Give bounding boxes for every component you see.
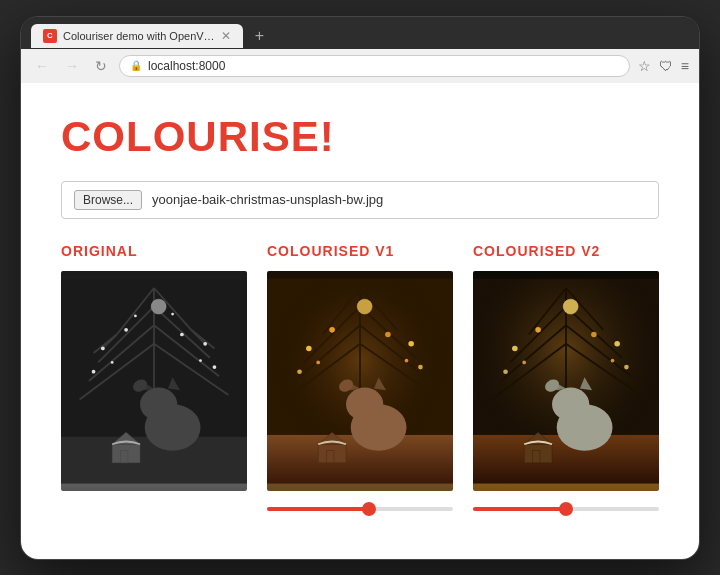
- svg-point-51: [316, 360, 320, 364]
- v2-slider-row: [473, 499, 659, 519]
- original-column: ORIGINAL: [61, 243, 247, 519]
- svg-point-20: [111, 361, 114, 364]
- shield-icon[interactable]: 🛡: [659, 58, 673, 74]
- svg-point-17: [180, 332, 184, 336]
- v2-label: COLOURISED V2: [473, 243, 659, 259]
- svg-point-53: [357, 299, 372, 314]
- active-tab[interactable]: C Colouriser demo with OpenV… ✕: [31, 24, 243, 48]
- original-image: [61, 271, 247, 491]
- url-text: localhost:8000: [148, 59, 225, 73]
- svg-point-75: [512, 345, 518, 351]
- browser-chrome: C Colouriser demo with OpenV… ✕ + ← → ↻ …: [21, 17, 699, 83]
- svg-point-76: [535, 327, 541, 333]
- svg-point-22: [134, 314, 137, 317]
- file-input-row: Browse... yoonjae-baik-christmas-unsplas…: [61, 181, 659, 219]
- svg-point-83: [563, 299, 578, 314]
- svg-point-27: [140, 387, 177, 420]
- new-tab-button[interactable]: +: [247, 23, 272, 49]
- v2-image: [473, 271, 659, 491]
- svg-point-79: [503, 369, 508, 374]
- v2-slider-thumb[interactable]: [559, 502, 573, 516]
- lock-icon: 🔒: [130, 60, 142, 71]
- forward-button[interactable]: →: [61, 56, 83, 76]
- svg-point-82: [611, 358, 615, 362]
- svg-rect-63: [327, 450, 334, 462]
- svg-rect-92: [533, 450, 540, 462]
- toolbar-icons: ☆ 🛡 ≡: [638, 58, 689, 74]
- svg-point-78: [591, 331, 597, 337]
- v1-slider-track: [267, 507, 453, 511]
- svg-point-81: [522, 360, 526, 364]
- tab-favicon: C: [43, 29, 57, 43]
- menu-icon[interactable]: ≡: [681, 58, 689, 74]
- svg-point-23: [171, 312, 174, 315]
- address-bar-row: ← → ↻ 🔒 localhost:8000 ☆ 🛡 ≡: [21, 49, 699, 83]
- svg-point-46: [329, 327, 335, 333]
- tab-bar: C Colouriser demo with OpenV… ✕ +: [21, 17, 699, 49]
- v1-slider-fill: [267, 507, 369, 511]
- svg-rect-33: [121, 450, 128, 462]
- svg-point-14: [101, 346, 105, 350]
- svg-point-52: [405, 358, 409, 362]
- svg-point-77: [614, 341, 620, 347]
- back-button[interactable]: ←: [31, 56, 53, 76]
- file-name-label: yoonjae-baik-christmas-unsplash-bw.jpg: [152, 192, 383, 207]
- v1-column: COLOURISED V1: [267, 243, 453, 519]
- star-icon[interactable]: ☆: [638, 58, 651, 74]
- v2-slider-fill: [473, 507, 566, 511]
- svg-point-86: [552, 387, 589, 420]
- svg-point-48: [385, 331, 391, 337]
- address-box[interactable]: 🔒 localhost:8000: [119, 55, 630, 77]
- svg-point-21: [199, 359, 202, 362]
- tab-title: Colouriser demo with OpenV…: [63, 30, 215, 42]
- svg-point-16: [203, 341, 207, 345]
- v2-slider-track: [473, 507, 659, 511]
- page-title: COLOURISE!: [61, 113, 659, 161]
- v1-slider-row: [267, 499, 453, 519]
- svg-point-18: [92, 369, 96, 373]
- svg-point-49: [297, 369, 302, 374]
- svg-point-15: [124, 327, 128, 331]
- v1-image: [267, 271, 453, 491]
- svg-point-19: [213, 365, 217, 369]
- svg-point-45: [306, 345, 312, 351]
- original-label: ORIGINAL: [61, 243, 247, 259]
- svg-point-57: [346, 387, 383, 420]
- browser-window: C Colouriser demo with OpenV… ✕ + ← → ↻ …: [20, 16, 700, 560]
- images-section: ORIGINAL: [61, 243, 659, 519]
- svg-point-47: [408, 341, 414, 347]
- svg-point-80: [624, 364, 629, 369]
- svg-point-24: [151, 299, 166, 314]
- v1-slider-thumb[interactable]: [362, 502, 376, 516]
- page-content: COLOURISE! Browse... yoonjae-baik-christ…: [21, 83, 699, 559]
- refresh-button[interactable]: ↻: [91, 56, 111, 76]
- v2-column: COLOURISED V2: [473, 243, 659, 519]
- svg-point-50: [418, 364, 423, 369]
- browse-button[interactable]: Browse...: [74, 190, 142, 210]
- v1-label: COLOURISED V1: [267, 243, 453, 259]
- tab-close-button[interactable]: ✕: [221, 29, 231, 43]
